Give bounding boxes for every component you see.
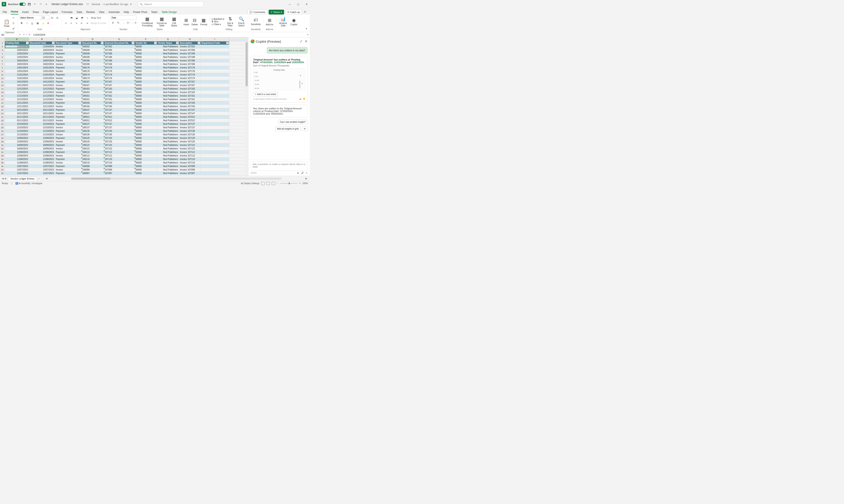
cell-description[interactable]: Invoice 107189 bbox=[179, 52, 201, 55]
cell-document-type[interactable]: Payment bbox=[55, 59, 82, 62]
cell-document-type[interactable]: Payment bbox=[55, 158, 82, 161]
cell-vendor-no[interactable]: 50000 bbox=[134, 108, 157, 111]
cell-description[interactable]: Invoice 107110 bbox=[179, 161, 201, 164]
cell-document-no[interactable]: 108167 bbox=[82, 80, 104, 83]
filter-dropdown-icon[interactable]: ▾ bbox=[176, 41, 179, 44]
autosum-button[interactable]: ∑ AutoSum ▾ bbox=[212, 18, 224, 20]
cell-posting-date[interactable]: 12/02/2024 bbox=[5, 55, 29, 59]
cell-department[interactable] bbox=[201, 45, 229, 48]
cell-document-type[interactable]: Invoice bbox=[55, 168, 82, 172]
cell-document-no[interactable]: 108135 bbox=[82, 129, 104, 133]
cell-external-doc-no[interactable]: 107163 bbox=[104, 91, 134, 94]
tab-home[interactable]: Home bbox=[11, 10, 18, 15]
cell-description[interactable]: Invoice 107135 bbox=[179, 129, 201, 133]
cell-document-type[interactable]: Invoice bbox=[55, 147, 82, 150]
formula-input[interactable]: 11/03/2024 bbox=[32, 33, 306, 36]
cell-document-type[interactable]: Payment bbox=[55, 129, 82, 133]
row-header[interactable]: 7 bbox=[0, 62, 5, 66]
clear-button[interactable]: ◇ Clear ▾ bbox=[212, 23, 224, 25]
cell-document-date[interactable]: 10/02/2024 bbox=[29, 59, 55, 62]
cell-document-date[interactable]: 11/10/2023 bbox=[29, 133, 55, 136]
cell-description[interactable]: Invoice 107174 bbox=[179, 73, 201, 76]
cell-document-date[interactable]: 14/12/2023 bbox=[29, 84, 55, 87]
cell-vendor-no[interactable]: 50000 bbox=[134, 70, 157, 73]
format-cells-button[interactable]: ▦Format bbox=[199, 17, 208, 26]
row-header[interactable]: 28 bbox=[0, 137, 5, 140]
cell-department[interactable] bbox=[201, 101, 229, 105]
cell-vendor-name[interactable]: Nod Publishers bbox=[157, 158, 179, 161]
cell-document-no[interactable]: 108163 bbox=[82, 87, 104, 90]
increase-font-icon[interactable]: A↑ bbox=[50, 15, 55, 20]
cell-document-no[interactable]: 108189 bbox=[82, 55, 104, 59]
cell-description[interactable]: Invoice 107176 bbox=[179, 70, 201, 73]
cell-external-doc-no[interactable]: 107163 bbox=[104, 87, 134, 90]
sensitivity-label[interactable]: General bbox=[91, 3, 100, 5]
cell-vendor-no[interactable]: 50000 bbox=[134, 55, 157, 59]
cell-vendor-name[interactable]: Nod Publishers bbox=[157, 133, 179, 136]
qat-customize-icon[interactable]: ▾ bbox=[44, 2, 49, 6]
font-color-icon[interactable]: A bbox=[46, 21, 51, 25]
send-icon[interactable]: ➤ bbox=[306, 172, 308, 174]
cell-department[interactable] bbox=[201, 150, 229, 154]
col-header-C[interactable]: C bbox=[55, 37, 82, 41]
cell-document-type[interactable]: Payment bbox=[55, 115, 82, 119]
cell-document-no[interactable]: 108125 bbox=[82, 137, 104, 140]
cell-vendor-no[interactable]: 50000 bbox=[134, 154, 157, 157]
cell-department[interactable] bbox=[201, 137, 229, 140]
cell-vendor-name[interactable]: Nod Publishers bbox=[157, 98, 179, 101]
cell-description[interactable]: Invoice 107167 bbox=[179, 84, 201, 87]
suggestion-add-insights[interactable]: Add all insights to grid bbox=[275, 126, 301, 131]
cell-document-type[interactable]: Payment bbox=[55, 87, 82, 90]
row-header[interactable]: 20 bbox=[0, 108, 5, 111]
merge-center-button[interactable]: Merge & Center bbox=[90, 21, 107, 25]
cell-posting-date[interactable]: 12/07/2023 bbox=[5, 165, 29, 168]
cell-vendor-name[interactable]: Nod Publishers bbox=[157, 161, 179, 164]
thumbs-down-icon[interactable]: 👎 bbox=[303, 98, 305, 100]
cell-document-date[interactable]: 12/11/2023 bbox=[29, 105, 55, 108]
cell-description[interactable]: Invoice 107189 bbox=[179, 55, 201, 59]
cell-vendor-no[interactable]: 50000 bbox=[134, 105, 157, 108]
redo-icon[interactable]: ↷ bbox=[39, 2, 43, 6]
cell-document-date[interactable]: 12/07/2023 bbox=[29, 165, 55, 168]
scroll-left-icon[interactable]: ◀ bbox=[46, 177, 47, 180]
cell-vendor-name[interactable]: Nod Publishers bbox=[157, 45, 179, 48]
decrease-font-icon[interactable]: A↓ bbox=[55, 15, 60, 20]
font-name-input[interactable] bbox=[19, 15, 41, 20]
cell-posting-date[interactable]: 12/01/2024 bbox=[5, 70, 29, 73]
col-header-I[interactable]: I bbox=[201, 37, 229, 41]
cell-document-no[interactable]: 108174 bbox=[82, 73, 104, 76]
suggestion-another-insight[interactable]: Can I see another insight? bbox=[278, 120, 308, 124]
cell-department[interactable] bbox=[201, 98, 229, 101]
cell-vendor-name[interactable]: Nod Publishers bbox=[157, 105, 179, 108]
cell-vendor-name[interactable]: Nod Publishers bbox=[157, 165, 179, 168]
cell-vendor-no[interactable]: 50000 bbox=[134, 140, 157, 143]
cell-department[interactable] bbox=[201, 80, 229, 83]
addins-button[interactable]: ⊞Add-ins bbox=[265, 17, 274, 26]
cell-department[interactable] bbox=[201, 165, 229, 168]
cell-vendor-no[interactable]: 50000 bbox=[134, 59, 157, 62]
cell-document-date[interactable]: 01/11/2023 bbox=[29, 115, 55, 119]
tab-view[interactable]: View bbox=[99, 11, 105, 15]
zoom-in-icon[interactable]: + bbox=[300, 182, 301, 184]
cell-document-no[interactable]: 108147 bbox=[82, 112, 104, 115]
cell-description[interactable]: Invoice 107161 bbox=[179, 94, 201, 97]
cell-department[interactable] bbox=[201, 147, 229, 150]
cell-document-date[interactable]: 12/10/2023 bbox=[29, 126, 55, 129]
cell-posting-date[interactable]: 10/09/2023 bbox=[5, 147, 29, 150]
cell-document-type[interactable]: Payment bbox=[55, 108, 82, 111]
cell-external-doc-no[interactable]: 107174 bbox=[104, 76, 134, 80]
cell-vendor-name[interactable]: Nod Publishers bbox=[157, 122, 179, 126]
vertical-scrollbar[interactable] bbox=[245, 41, 248, 176]
cell-external-doc-no[interactable]: 107200 bbox=[104, 49, 134, 52]
cell-department[interactable] bbox=[201, 62, 229, 66]
cell-vendor-name[interactable]: Nod Publishers bbox=[157, 76, 179, 80]
row-header[interactable]: 34 bbox=[0, 158, 5, 161]
cell-description[interactable]: Invoice 107122 bbox=[179, 147, 201, 150]
share-button[interactable]: ⇪Share▾ bbox=[269, 10, 284, 15]
cell-posting-date[interactable]: 11/12/2023 bbox=[5, 94, 29, 97]
cell-document-type[interactable]: Invoice bbox=[55, 112, 82, 115]
sensitivity-button[interactable]: 🏷Sensitivity bbox=[250, 17, 262, 26]
filter-dropdown-icon[interactable]: ▾ bbox=[226, 41, 229, 44]
cell-external-doc-no[interactable]: 107012 bbox=[104, 115, 134, 119]
row-header[interactable]: 38 bbox=[0, 172, 5, 175]
